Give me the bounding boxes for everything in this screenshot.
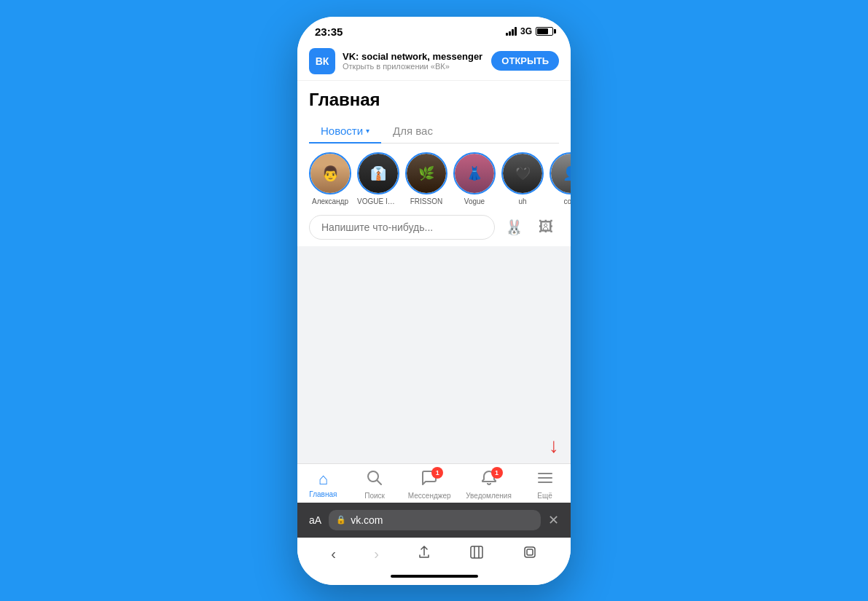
battery-icon — [536, 27, 553, 36]
vk-logo-icon: ВК — [309, 48, 335, 74]
stories-row: 👨 Александр 👔 VOGUE IS ... 🌿 FRISSON 👗 — [297, 144, 571, 214]
story-item[interactable]: 👗 Vogue — [453, 152, 496, 205]
story-item[interactable]: 👤 co... — [550, 152, 571, 205]
browser-tabs-button[interactable] — [523, 545, 537, 563]
story-label-4: Vogue — [464, 197, 485, 205]
browser-bar: аА 🔒 vk.com ✕ — [297, 503, 571, 538]
avatar-face-5: 🖤 — [503, 154, 542, 193]
lock-icon: 🔒 — [336, 515, 346, 525]
page-header: Главная Новости ▾ Для вас — [297, 81, 571, 144]
browser-url: vk.com — [351, 514, 383, 526]
status-icons: 3G — [506, 26, 553, 36]
story-label-3: FRISSON — [410, 197, 442, 205]
story-avatar-3: 🌿 — [405, 152, 447, 195]
browser-close-button[interactable]: ✕ — [548, 512, 559, 528]
nav-label-search: Поиск — [364, 492, 385, 500]
open-app-button[interactable]: ОТКРЫТЬ — [491, 51, 559, 71]
nav-item-messenger[interactable]: 1 Мессенджер — [408, 470, 451, 500]
signal-bars-icon — [506, 27, 517, 36]
svg-rect-6 — [525, 547, 535, 557]
post-input[interactable] — [309, 215, 495, 240]
notifications-badge: 1 — [491, 467, 503, 479]
app-name: VK: social network, messenger — [343, 51, 484, 62]
tab-news-label: Новости — [321, 125, 363, 137]
tab-news[interactable]: Новости ▾ — [309, 119, 381, 143]
emoji-button[interactable]: 🐰 — [501, 214, 527, 240]
story-item[interactable]: 👔 VOGUE IS ... — [357, 152, 399, 205]
story-avatar-4: 👗 — [453, 152, 496, 195]
avatar-face-1: 👨 — [310, 154, 350, 193]
browser-controls: ‹ › — [297, 538, 571, 570]
app-banner-text: VK: social network, messenger Открыть в … — [343, 51, 484, 71]
post-input-area: 🐰 🖼 — [309, 214, 559, 240]
avatar-face-4: 👗 — [455, 154, 494, 193]
tabs: Новости ▾ Для вас — [309, 119, 559, 144]
bottom-nav: ⌂ Главная Поиск 1 Мессенджер — [297, 463, 571, 503]
story-label-6: co... — [564, 197, 571, 205]
browser-back-button[interactable]: ‹ — [331, 546, 336, 562]
network-type: 3G — [520, 26, 532, 36]
story-avatar-1: 👨 — [309, 152, 351, 195]
story-label-1: Александр — [312, 197, 348, 205]
story-item[interactable]: 🖤 uh — [501, 152, 544, 205]
browser-aa-label[interactable]: аА — [309, 514, 321, 526]
more-icon — [537, 470, 553, 490]
search-icon — [367, 470, 383, 490]
story-label-5: uh — [518, 197, 526, 205]
browser-bookmarks-button[interactable] — [469, 545, 484, 563]
messenger-badge: 1 — [431, 467, 443, 479]
browser-url-wrap[interactable]: 🔒 vk.com — [329, 510, 541, 530]
browser-share-button[interactable] — [417, 545, 431, 563]
nav-label-notifications: Уведомления — [466, 492, 512, 500]
app-banner: ВК VK: social network, messenger Открыть… — [297, 42, 571, 81]
home-indicator — [297, 570, 571, 585]
story-avatar-5: 🖤 — [501, 152, 544, 195]
story-item[interactable]: 👨 Александр — [309, 152, 351, 205]
red-down-arrow-icon: ↓ — [549, 434, 559, 457]
nav-label-messenger: Мессенджер — [408, 492, 451, 500]
home-bar — [391, 575, 478, 578]
story-label-2: VOGUE IS ... — [357, 197, 399, 205]
tab-for-you[interactable]: Для вас — [381, 119, 445, 143]
nav-item-search[interactable]: Поиск — [356, 470, 393, 500]
avatar-face-6: 👤 — [551, 154, 571, 193]
tab-for-you-label: Для вас — [393, 125, 433, 137]
nav-label-home: Главная — [309, 490, 337, 498]
story-avatar-2: 👔 — [357, 152, 399, 195]
svg-line-1 — [377, 480, 381, 484]
avatar-face-3: 🌿 — [407, 154, 446, 193]
status-time: 23:35 — [315, 25, 343, 38]
app-banner-subtitle: Открыть в приложении «ВК» — [343, 62, 484, 71]
svg-rect-7 — [527, 549, 533, 555]
chevron-down-icon: ▾ — [366, 127, 370, 135]
nav-item-more[interactable]: Ещё — [527, 470, 563, 500]
browser-forward-button[interactable]: › — [374, 546, 379, 562]
phone-frame: 23:35 3G ВК VK: social network, messenge… — [297, 17, 571, 585]
story-avatar-6: 👤 — [550, 152, 571, 195]
page-title: Главная — [309, 90, 559, 110]
status-bar: 23:35 3G — [297, 17, 571, 42]
feed-area — [297, 246, 571, 463]
notifications-icon: 1 — [481, 470, 497, 490]
battery-fill — [537, 28, 548, 34]
nav-item-notifications[interactable]: 1 Уведомления — [466, 470, 512, 500]
main-content: Главная Новости ▾ Для вас 👨 Александр — [297, 81, 571, 463]
nav-item-home[interactable]: ⌂ Главная — [305, 470, 341, 500]
story-item[interactable]: 🌿 FRISSON — [405, 152, 447, 205]
messenger-icon: 1 — [421, 470, 437, 490]
avatar-face-2: 👔 — [359, 154, 398, 193]
image-button[interactable]: 🖼 — [533, 214, 559, 240]
home-icon: ⌂ — [318, 470, 328, 489]
nav-label-more: Ещё — [537, 492, 552, 500]
svg-rect-5 — [471, 546, 482, 558]
